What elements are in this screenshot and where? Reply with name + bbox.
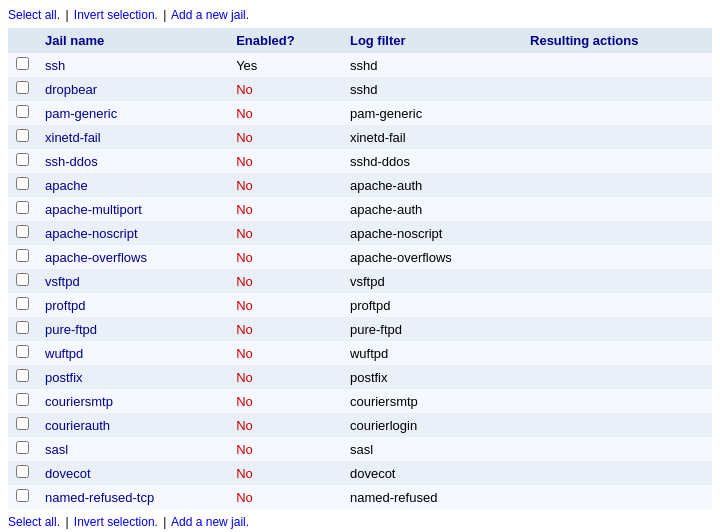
log-filter-cell: dovecot xyxy=(342,461,522,485)
jail-name-link[interactable]: postfix xyxy=(45,370,83,385)
jail-name-link[interactable]: ssh-ddos xyxy=(45,154,98,169)
add-new-jail-link-bottom[interactable]: Add a new jail. xyxy=(171,515,249,529)
enabled-cell: No xyxy=(228,197,342,221)
jail-name-cell: dovecot xyxy=(37,461,228,485)
resulting-actions-cell xyxy=(522,125,712,149)
resulting-actions-cell xyxy=(522,341,712,365)
separator3: | xyxy=(65,515,68,529)
jail-name-link[interactable]: sasl xyxy=(45,442,68,457)
row-checkbox[interactable] xyxy=(16,321,29,334)
resulting-actions-cell xyxy=(522,77,712,101)
row-checkbox[interactable] xyxy=(16,105,29,118)
jail-name-link[interactable]: courierauth xyxy=(45,418,110,433)
jail-name-link[interactable]: dovecot xyxy=(45,466,91,481)
row-checkbox-cell xyxy=(8,461,37,485)
row-checkbox[interactable] xyxy=(16,417,29,430)
table-row: courierauthNocourierlogin xyxy=(8,413,712,437)
log-filter-cell: apache-auth xyxy=(342,197,522,221)
jail-name-link[interactable]: pam-generic xyxy=(45,106,117,121)
jail-name-link[interactable]: named-refused-tcp xyxy=(45,490,154,505)
jail-name-link[interactable]: proftpd xyxy=(45,298,85,313)
jail-name-cell: apache xyxy=(37,173,228,197)
jail-name-cell: sasl xyxy=(37,437,228,461)
table-row: pam-genericNopam-generic xyxy=(8,101,712,125)
row-checkbox-cell xyxy=(8,413,37,437)
row-checkbox[interactable] xyxy=(16,345,29,358)
row-checkbox[interactable] xyxy=(16,129,29,142)
resulting-actions-cell xyxy=(522,413,712,437)
log-filter-cell: pam-generic xyxy=(342,101,522,125)
jail-name-link[interactable]: vsftpd xyxy=(45,274,80,289)
jail-name-cell: ssh xyxy=(37,53,228,77)
row-checkbox[interactable] xyxy=(16,249,29,262)
table-row: postfixNopostfix xyxy=(8,365,712,389)
select-all-link-bottom[interactable]: Select all. xyxy=(8,515,60,529)
jail-name-cell: vsftpd xyxy=(37,269,228,293)
jail-name-link[interactable]: apache-multiport xyxy=(45,202,142,217)
table-row: pure-ftpdNopure-ftpd xyxy=(8,317,712,341)
jail-name-cell: apache-overflows xyxy=(37,245,228,269)
row-checkbox-cell xyxy=(8,437,37,461)
jail-name-cell: postfix xyxy=(37,365,228,389)
row-checkbox[interactable] xyxy=(16,465,29,478)
row-checkbox-cell xyxy=(8,53,37,77)
row-checkbox[interactable] xyxy=(16,201,29,214)
jail-name-cell: xinetd-fail xyxy=(37,125,228,149)
resulting-actions-cell xyxy=(522,173,712,197)
jail-name-link[interactable]: xinetd-fail xyxy=(45,130,101,145)
jail-name-link[interactable]: ssh xyxy=(45,58,65,73)
resulting-actions-cell xyxy=(522,461,712,485)
row-checkbox[interactable] xyxy=(16,297,29,310)
jail-name-link[interactable]: apache-overflows xyxy=(45,250,147,265)
invert-selection-link-top[interactable]: Invert selection. xyxy=(74,8,158,22)
jail-name-link[interactable]: pure-ftpd xyxy=(45,322,97,337)
resulting-actions-cell xyxy=(522,365,712,389)
jail-name-cell: courierauth xyxy=(37,413,228,437)
enabled-cell: No xyxy=(228,365,342,389)
enabled-cell: No xyxy=(228,221,342,245)
header-log-filter: Log filter xyxy=(342,28,522,53)
jails-table: Jail name Enabled? Log filter Resulting … xyxy=(8,28,712,509)
invert-selection-link-bottom[interactable]: Invert selection. xyxy=(74,515,158,529)
jail-name-cell: apache-multiport xyxy=(37,197,228,221)
row-checkbox[interactable] xyxy=(16,369,29,382)
jail-name-link[interactable]: wuftpd xyxy=(45,346,83,361)
row-checkbox[interactable] xyxy=(16,393,29,406)
log-filter-cell: postfix xyxy=(342,365,522,389)
resulting-actions-cell xyxy=(522,197,712,221)
row-checkbox-cell xyxy=(8,197,37,221)
enabled-cell: Yes xyxy=(228,53,342,77)
table-row: dropbearNosshd xyxy=(8,77,712,101)
row-checkbox[interactable] xyxy=(16,489,29,502)
log-filter-cell: sshd-ddos xyxy=(342,149,522,173)
log-filter-cell: proftpd xyxy=(342,293,522,317)
log-filter-cell: couriersmtp xyxy=(342,389,522,413)
row-checkbox-cell xyxy=(8,317,37,341)
row-checkbox-cell xyxy=(8,341,37,365)
separator1: | xyxy=(65,8,68,22)
table-row: apache-overflowsNoapache-overflows xyxy=(8,245,712,269)
row-checkbox[interactable] xyxy=(16,153,29,166)
row-checkbox-cell xyxy=(8,149,37,173)
resulting-actions-cell xyxy=(522,389,712,413)
row-checkbox[interactable] xyxy=(16,81,29,94)
resulting-actions-cell xyxy=(522,269,712,293)
enabled-cell: No xyxy=(228,437,342,461)
row-checkbox[interactable] xyxy=(16,441,29,454)
enabled-cell: No xyxy=(228,317,342,341)
table-row: wuftpdNowuftpd xyxy=(8,341,712,365)
enabled-cell: No xyxy=(228,173,342,197)
add-new-jail-link-top[interactable]: Add a new jail. xyxy=(171,8,249,22)
jail-name-link[interactable]: apache-noscript xyxy=(45,226,138,241)
row-checkbox[interactable] xyxy=(16,57,29,70)
select-all-link-top[interactable]: Select all. xyxy=(8,8,60,22)
jail-name-link[interactable]: dropbear xyxy=(45,82,97,97)
row-checkbox[interactable] xyxy=(16,273,29,286)
row-checkbox[interactable] xyxy=(16,177,29,190)
jail-name-link[interactable]: couriersmtp xyxy=(45,394,113,409)
table-row: xinetd-failNoxinetd-fail xyxy=(8,125,712,149)
log-filter-cell: wuftpd xyxy=(342,341,522,365)
row-checkbox[interactable] xyxy=(16,225,29,238)
table-row: sshYessshd xyxy=(8,53,712,77)
jail-name-link[interactable]: apache xyxy=(45,178,88,193)
